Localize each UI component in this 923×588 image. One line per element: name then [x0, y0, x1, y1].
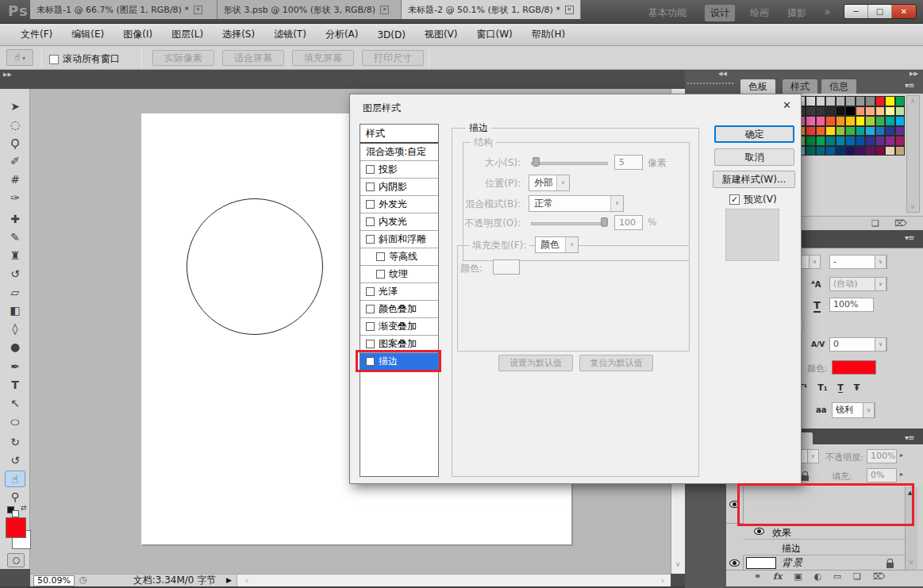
print-size-button[interactable]: 打印尺寸: [362, 50, 424, 66]
color-swatch[interactable]: [895, 96, 906, 106]
color-swatch[interactable]: [836, 146, 846, 156]
color-swatch[interactable]: [806, 116, 816, 126]
color-swatch[interactable]: [895, 116, 906, 126]
style-checkbox[interactable]: [376, 270, 385, 279]
style-checkbox[interactable]: [366, 287, 375, 296]
strikethrough-button[interactable]: Ŧ: [854, 382, 860, 393]
size-slider[interactable]: [531, 162, 608, 165]
history-brush-tool[interactable]: ↺: [5, 266, 25, 282]
color-swatch[interactable]: [825, 96, 836, 106]
style-item-光泽[interactable]: 光泽: [360, 283, 438, 301]
status-flyout-icon[interactable]: ▶: [226, 576, 232, 584]
color-swatch[interactable]: [816, 96, 826, 106]
set-default-button[interactable]: 设置为默认值: [498, 355, 573, 371]
style-checkbox[interactable]: [366, 200, 375, 209]
style-item-斜面和浮雕[interactable]: 斜面和浮雕: [360, 231, 438, 248]
color-swatch[interactable]: [816, 136, 826, 146]
color-swatch[interactable]: [865, 126, 875, 136]
opacity-slider[interactable]: [531, 222, 608, 225]
color-swatch[interactable]: [806, 106, 816, 117]
fill-spinner-icon[interactable]: ▸: [900, 471, 903, 478]
color-swatch[interactable]: [865, 146, 875, 156]
cancel-button[interactable]: 取消: [714, 148, 794, 166]
3d-orbit-tool[interactable]: ↺: [5, 452, 25, 469]
default-colors-bg-icon[interactable]: [12, 510, 19, 517]
adjustment-layer-icon[interactable]: ◐: [813, 571, 821, 582]
menu-3d[interactable]: 3D(D): [367, 26, 414, 44]
swatches-panel-menu-icon[interactable]: ▾≡: [905, 81, 913, 90]
clone-stamp-tool[interactable]: ♜: [5, 248, 25, 264]
style-item-内阴影[interactable]: 内阴影: [360, 179, 438, 196]
color-swatch[interactable]: [895, 146, 906, 156]
chevron-down-icon[interactable]: ∨: [556, 175, 569, 190]
color-swatch[interactable]: [875, 116, 886, 126]
reset-default-button[interactable]: 复位为默认值: [579, 355, 653, 371]
fit-screen-button[interactable]: 适合屏幕: [222, 50, 284, 66]
chevron-down-icon[interactable]: ∨: [565, 237, 578, 252]
swatches-scrollbar[interactable]: ∧ ∨: [906, 95, 920, 213]
opacity-spinner-icon[interactable]: ▸: [900, 452, 903, 459]
menu-analysis[interactable]: 分析(A): [316, 25, 368, 44]
checkbox-box[interactable]: [49, 55, 59, 64]
pen-tool[interactable]: ✒: [5, 359, 25, 375]
style-checkbox[interactable]: [366, 217, 375, 226]
vertical-scale-field[interactable]: 100%: [829, 298, 874, 312]
zoom-percent-field[interactable]: 50.09%: [33, 575, 75, 586]
color-swatch[interactable]: [856, 136, 866, 146]
path-selection-tool[interactable]: ↖: [5, 395, 25, 412]
link-layers-icon[interactable]: ⚭: [754, 571, 761, 582]
color-swatch[interactable]: [836, 116, 846, 126]
3d-rotate-tool[interactable]: ↻: [5, 434, 25, 451]
character-panel-menu-icon[interactable]: ▾≡: [905, 233, 913, 242]
opacity-field[interactable]: 100: [614, 215, 643, 230]
blur-tool[interactable]: ◊: [5, 321, 25, 337]
chevron-down-icon[interactable]: ∨: [875, 337, 886, 352]
dialog-close-icon[interactable]: ✕: [783, 99, 791, 111]
hand-tool-preset-icon[interactable]: ☝ ▾: [6, 49, 33, 66]
crop-tool[interactable]: #: [5, 171, 25, 188]
color-swatch[interactable]: [806, 136, 816, 146]
color-swatch[interactable]: [806, 96, 816, 106]
blend-mode-dropdown[interactable]: 正常∨: [529, 195, 624, 212]
color-swatch[interactable]: [865, 106, 875, 117]
delete-layer-icon[interactable]: ⌦: [873, 571, 886, 582]
scroll-left-icon[interactable]: ‹: [240, 575, 253, 586]
new-layer-icon[interactable]: ❏: [853, 571, 861, 582]
chevron-down-icon[interactable]: ∨: [875, 277, 886, 291]
delete-swatch-icon[interactable]: ⌦: [894, 218, 907, 229]
color-swatch[interactable]: [845, 136, 856, 146]
checkbox-check-icon[interactable]: ✓: [729, 194, 740, 205]
color-swatch[interactable]: [825, 126, 836, 136]
color-swatch[interactable]: [865, 96, 875, 106]
eye-cell[interactable]: [726, 555, 744, 570]
color-swatch[interactable]: [816, 146, 826, 156]
scroll-all-windows-checkbox[interactable]: 滚动所有窗口: [49, 52, 120, 66]
gradient-tool[interactable]: ◧: [5, 302, 25, 319]
quick-mask-button[interactable]: [7, 553, 25, 567]
color-swatch[interactable]: [825, 116, 836, 126]
color-swatch[interactable]: [825, 146, 836, 156]
chevron-down-icon[interactable]: ∨: [807, 449, 819, 463]
chevron-down-icon[interactable]: ∨: [809, 255, 821, 269]
style-item-混合选项:自定[interactable]: 混合选项:自定: [360, 144, 438, 161]
toolbar-collapse-icon[interactable]: ▶▶: [0, 70, 30, 89]
type-tool[interactable]: T: [5, 377, 25, 394]
layers-panel-menu-icon[interactable]: ▾≡: [905, 433, 913, 442]
chevron-down-icon[interactable]: ∨: [610, 196, 623, 211]
workspace-basic[interactable]: 基本功能: [643, 5, 692, 21]
layer-row-stroke-effect[interactable]: 描边: [744, 540, 905, 555]
tab-close-icon[interactable]: ✕: [194, 6, 202, 14]
color-swatch[interactable]: [836, 96, 846, 106]
color-swatch[interactable]: [825, 106, 836, 117]
color-swatch[interactable]: [836, 126, 846, 136]
healing-brush-tool[interactable]: ✚: [5, 211, 25, 228]
zoom-tool[interactable]: ⚲: [5, 489, 25, 505]
workspace-more-chevron[interactable]: »: [819, 5, 836, 19]
color-swatch[interactable]: [806, 126, 816, 136]
color-swatch[interactable]: [895, 126, 906, 136]
style-checkbox[interactable]: [366, 165, 375, 174]
color-swatch[interactable]: [806, 146, 816, 156]
tab-close-icon[interactable]: ✕: [380, 6, 389, 14]
menu-layer[interactable]: 图层(L): [162, 25, 213, 44]
layer-row-effects[interactable]: 效果: [744, 524, 905, 540]
